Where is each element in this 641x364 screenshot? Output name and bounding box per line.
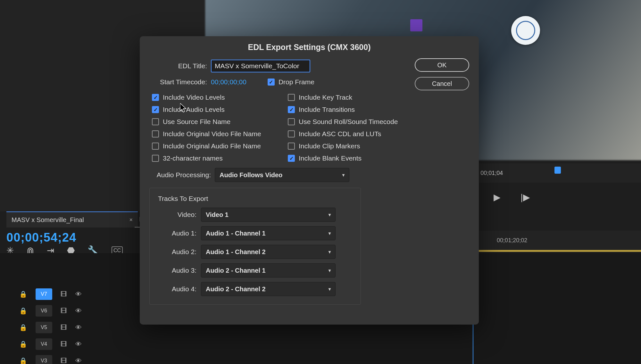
edl-title-input[interactable] xyxy=(211,60,310,72)
preview-prop xyxy=(410,19,422,31)
ok-button[interactable]: OK xyxy=(415,58,469,72)
lock-icon[interactable]: 🔒 xyxy=(19,324,27,331)
step-fwd-icon[interactable]: |▶ xyxy=(520,192,530,203)
eye-icon[interactable]: 👁 xyxy=(75,324,82,331)
track-header-row[interactable]: 🔒V3🎞👁 xyxy=(19,355,82,364)
include-audio-levels-checkbox[interactable]: Include Audio Levels xyxy=(152,106,283,113)
cancel-button[interactable]: Cancel xyxy=(415,77,469,90)
audio1-select[interactable]: Audio 1 - Channel 1▾ xyxy=(201,226,336,240)
audio-processing-select[interactable]: Audio Follows Video ▾ xyxy=(215,168,349,182)
track-label[interactable]: V4 xyxy=(36,338,52,350)
chevron-down-icon: ▾ xyxy=(329,286,331,292)
track-label[interactable]: V7 xyxy=(36,288,52,300)
tracks-to-export-group: Tracks To Export Video: Video 1▾ Audio 1… xyxy=(149,188,361,305)
close-icon[interactable]: × xyxy=(129,217,133,223)
start-timecode-value[interactable]: 00;00;00;00 xyxy=(211,78,246,86)
include-blank-events-checkbox[interactable]: Include Blank Events xyxy=(288,154,419,162)
audio-processing-label: Audio Processing: xyxy=(149,171,211,179)
eye-icon[interactable]: 👁 xyxy=(75,357,82,364)
track-label[interactable]: V3 xyxy=(36,355,52,364)
edl-title-label: EDL Title: xyxy=(149,62,207,70)
ruler-tick: 00;01;20;02 xyxy=(497,237,527,244)
include-orig-audio-fn-checkbox[interactable]: Include Original Audio File Name xyxy=(152,142,283,150)
include-key-track-checkbox[interactable]: Include Key Track xyxy=(288,94,419,101)
chevron-down-icon: ▾ xyxy=(329,268,331,273)
track-label[interactable]: V5 xyxy=(36,322,52,333)
track-headers: 🔒V7🎞👁🔒V6🎞👁🔒V5🎞👁🔒V4🎞👁🔒V3🎞👁 xyxy=(19,288,82,364)
current-timecode[interactable]: 00;00;54;24 xyxy=(6,231,76,244)
lock-icon[interactable]: 🔒 xyxy=(19,307,27,315)
film-icon[interactable]: 🎞 xyxy=(61,341,67,348)
play-icon[interactable]: ▶ xyxy=(494,192,501,203)
chevron-down-icon: ▾ xyxy=(329,212,331,217)
track-header-row[interactable]: 🔒V5🎞👁 xyxy=(19,322,82,333)
film-icon[interactable]: 🎞 xyxy=(61,291,67,298)
chevron-down-icon: ▾ xyxy=(329,231,331,236)
eye-icon[interactable]: 👁 xyxy=(75,341,82,348)
include-asc-cdl-luts-checkbox[interactable]: Include ASC CDL and LUTs xyxy=(288,130,419,138)
dialog-title: EDL Export Settings (CMX 3600) xyxy=(140,36,479,60)
lock-icon[interactable]: 🔒 xyxy=(19,340,27,348)
drop-frame-checkbox[interactable]: Drop Frame xyxy=(268,78,314,86)
preview-logo-badge xyxy=(511,16,540,45)
film-icon[interactable]: 🎞 xyxy=(61,357,67,364)
audio3-label: Audio 3: xyxy=(158,267,196,274)
start-timecode-label: Start Timecode: xyxy=(149,78,207,86)
tracks-to-export-legend: Tracks To Export xyxy=(156,195,210,203)
lock-icon[interactable]: 🔒 xyxy=(19,357,27,364)
chevron-down-icon: ▾ xyxy=(329,249,331,254)
ruler-tick: 00;01;04 xyxy=(480,170,503,177)
use-sound-roll-checkbox[interactable]: Use Sound Roll/Sound Timecode xyxy=(288,118,419,126)
thirtytwo-char-names-checkbox[interactable]: 32-character names xyxy=(152,154,283,162)
sequence-tab-label: MASV x Somerville_Final xyxy=(12,216,84,224)
track-header-row[interactable]: 🔒V7🎞👁 xyxy=(19,288,82,300)
lock-icon[interactable]: 🔒 xyxy=(19,290,27,298)
video-track-label: Video: xyxy=(158,211,196,219)
audio3-select[interactable]: Audio 2 - Channel 1▾ xyxy=(201,263,336,277)
eye-icon[interactable]: 👁 xyxy=(75,291,82,298)
playhead-gem[interactable] xyxy=(554,167,561,174)
chevron-down-icon: ▾ xyxy=(342,172,345,178)
audio1-label: Audio 1: xyxy=(158,229,196,237)
audio4-label: Audio 4: xyxy=(158,285,196,293)
include-orig-video-fn-checkbox[interactable]: Include Original Video File Name xyxy=(152,130,283,138)
video-track-select[interactable]: Video 1▾ xyxy=(201,208,336,222)
film-icon[interactable]: 🎞 xyxy=(61,324,67,331)
edl-export-dialog: EDL Export Settings (CMX 3600) EDL Title… xyxy=(140,36,479,325)
eye-icon[interactable]: 👁 xyxy=(75,307,82,315)
track-header-row[interactable]: 🔒V6🎞👁 xyxy=(19,305,82,317)
sequence-tab[interactable]: MASV x Somerville_Final × xyxy=(6,211,138,228)
audio4-select[interactable]: Audio 2 - Channel 2▾ xyxy=(201,282,336,296)
include-clip-markers-checkbox[interactable]: Include Clip Markers xyxy=(288,142,419,150)
film-icon[interactable]: 🎞 xyxy=(61,307,67,315)
include-transitions-checkbox[interactable]: Include Transitions xyxy=(288,106,419,113)
audio2-label: Audio 2: xyxy=(158,248,196,256)
track-header-row[interactable]: 🔒V4🎞👁 xyxy=(19,338,82,350)
track-label[interactable]: V6 xyxy=(36,305,52,317)
include-video-levels-checkbox[interactable]: Include Video Levels xyxy=(152,94,283,101)
audio2-select[interactable]: Audio 1 - Channel 2▾ xyxy=(201,245,336,259)
use-source-file-name-checkbox[interactable]: Use Source File Name xyxy=(152,118,283,126)
